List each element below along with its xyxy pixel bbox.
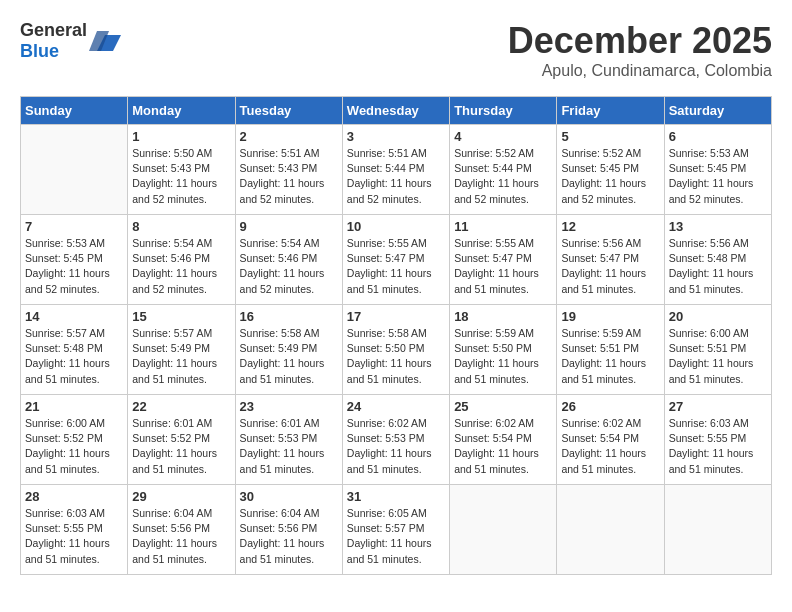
day-info: Sunrise: 5:52 AM Sunset: 5:44 PM Dayligh…: [454, 146, 552, 207]
calendar-week-row: 21Sunrise: 6:00 AM Sunset: 5:52 PM Dayli…: [21, 395, 772, 485]
day-info: Sunrise: 6:03 AM Sunset: 5:55 PM Dayligh…: [25, 506, 123, 567]
day-number: 27: [669, 399, 767, 414]
location-title: Apulo, Cundinamarca, Colombia: [508, 62, 772, 80]
day-info: Sunrise: 5:56 AM Sunset: 5:48 PM Dayligh…: [669, 236, 767, 297]
day-info: Sunrise: 5:54 AM Sunset: 5:46 PM Dayligh…: [240, 236, 338, 297]
day-number: 18: [454, 309, 552, 324]
calendar-cell: 22Sunrise: 6:01 AM Sunset: 5:52 PM Dayli…: [128, 395, 235, 485]
calendar-cell: 3Sunrise: 5:51 AM Sunset: 5:44 PM Daylig…: [342, 125, 449, 215]
day-info: Sunrise: 5:51 AM Sunset: 5:44 PM Dayligh…: [347, 146, 445, 207]
day-number: 28: [25, 489, 123, 504]
day-info: Sunrise: 5:59 AM Sunset: 5:50 PM Dayligh…: [454, 326, 552, 387]
logo-text: General Blue: [20, 20, 87, 62]
calendar-table: SundayMondayTuesdayWednesdayThursdayFrid…: [20, 96, 772, 575]
calendar-week-row: 14Sunrise: 5:57 AM Sunset: 5:48 PM Dayli…: [21, 305, 772, 395]
day-info: Sunrise: 6:05 AM Sunset: 5:57 PM Dayligh…: [347, 506, 445, 567]
day-info: Sunrise: 5:59 AM Sunset: 5:51 PM Dayligh…: [561, 326, 659, 387]
logo-general: General: [20, 20, 87, 40]
day-info: Sunrise: 5:53 AM Sunset: 5:45 PM Dayligh…: [669, 146, 767, 207]
calendar-week-row: 28Sunrise: 6:03 AM Sunset: 5:55 PM Dayli…: [21, 485, 772, 575]
day-number: 31: [347, 489, 445, 504]
calendar-week-row: 1Sunrise: 5:50 AM Sunset: 5:43 PM Daylig…: [21, 125, 772, 215]
calendar-cell: 21Sunrise: 6:00 AM Sunset: 5:52 PM Dayli…: [21, 395, 128, 485]
calendar-cell: [557, 485, 664, 575]
day-info: Sunrise: 6:03 AM Sunset: 5:55 PM Dayligh…: [669, 416, 767, 477]
day-number: 7: [25, 219, 123, 234]
day-info: Sunrise: 5:52 AM Sunset: 5:45 PM Dayligh…: [561, 146, 659, 207]
calendar-cell: 16Sunrise: 5:58 AM Sunset: 5:49 PM Dayli…: [235, 305, 342, 395]
calendar-cell: 11Sunrise: 5:55 AM Sunset: 5:47 PM Dayli…: [450, 215, 557, 305]
title-area: December 2025 Apulo, Cundinamarca, Colom…: [508, 20, 772, 80]
day-info: Sunrise: 5:57 AM Sunset: 5:48 PM Dayligh…: [25, 326, 123, 387]
day-number: 9: [240, 219, 338, 234]
day-number: 16: [240, 309, 338, 324]
calendar-cell: 20Sunrise: 6:00 AM Sunset: 5:51 PM Dayli…: [664, 305, 771, 395]
calendar-cell: 10Sunrise: 5:55 AM Sunset: 5:47 PM Dayli…: [342, 215, 449, 305]
day-info: Sunrise: 5:58 AM Sunset: 5:49 PM Dayligh…: [240, 326, 338, 387]
day-number: 15: [132, 309, 230, 324]
calendar-cell: 6Sunrise: 5:53 AM Sunset: 5:45 PM Daylig…: [664, 125, 771, 215]
calendar-cell: 18Sunrise: 5:59 AM Sunset: 5:50 PM Dayli…: [450, 305, 557, 395]
day-info: Sunrise: 5:58 AM Sunset: 5:50 PM Dayligh…: [347, 326, 445, 387]
day-number: 3: [347, 129, 445, 144]
day-info: Sunrise: 5:53 AM Sunset: 5:45 PM Dayligh…: [25, 236, 123, 297]
calendar-cell: 8Sunrise: 5:54 AM Sunset: 5:46 PM Daylig…: [128, 215, 235, 305]
calendar-cell: 1Sunrise: 5:50 AM Sunset: 5:43 PM Daylig…: [128, 125, 235, 215]
calendar-cell: 14Sunrise: 5:57 AM Sunset: 5:48 PM Dayli…: [21, 305, 128, 395]
calendar-cell: [450, 485, 557, 575]
logo-icon: [89, 27, 121, 55]
calendar-cell: 26Sunrise: 6:02 AM Sunset: 5:54 PM Dayli…: [557, 395, 664, 485]
calendar-cell: [664, 485, 771, 575]
day-number: 11: [454, 219, 552, 234]
day-info: Sunrise: 6:02 AM Sunset: 5:53 PM Dayligh…: [347, 416, 445, 477]
day-info: Sunrise: 6:01 AM Sunset: 5:52 PM Dayligh…: [132, 416, 230, 477]
day-number: 4: [454, 129, 552, 144]
calendar-cell: 31Sunrise: 6:05 AM Sunset: 5:57 PM Dayli…: [342, 485, 449, 575]
day-number: 29: [132, 489, 230, 504]
calendar-cell: 24Sunrise: 6:02 AM Sunset: 5:53 PM Dayli…: [342, 395, 449, 485]
day-number: 1: [132, 129, 230, 144]
weekday-header-wednesday: Wednesday: [342, 97, 449, 125]
day-number: 21: [25, 399, 123, 414]
calendar-cell: 25Sunrise: 6:02 AM Sunset: 5:54 PM Dayli…: [450, 395, 557, 485]
calendar-cell: 23Sunrise: 6:01 AM Sunset: 5:53 PM Dayli…: [235, 395, 342, 485]
day-number: 26: [561, 399, 659, 414]
calendar-cell: 17Sunrise: 5:58 AM Sunset: 5:50 PM Dayli…: [342, 305, 449, 395]
day-info: Sunrise: 6:04 AM Sunset: 5:56 PM Dayligh…: [240, 506, 338, 567]
month-title: December 2025: [508, 20, 772, 62]
calendar-cell: 9Sunrise: 5:54 AM Sunset: 5:46 PM Daylig…: [235, 215, 342, 305]
calendar-cell: 4Sunrise: 5:52 AM Sunset: 5:44 PM Daylig…: [450, 125, 557, 215]
calendar-week-row: 7Sunrise: 5:53 AM Sunset: 5:45 PM Daylig…: [21, 215, 772, 305]
calendar-cell: 28Sunrise: 6:03 AM Sunset: 5:55 PM Dayli…: [21, 485, 128, 575]
day-number: 19: [561, 309, 659, 324]
calendar-cell: 5Sunrise: 5:52 AM Sunset: 5:45 PM Daylig…: [557, 125, 664, 215]
calendar-cell: 29Sunrise: 6:04 AM Sunset: 5:56 PM Dayli…: [128, 485, 235, 575]
day-info: Sunrise: 5:55 AM Sunset: 5:47 PM Dayligh…: [454, 236, 552, 297]
day-info: Sunrise: 6:02 AM Sunset: 5:54 PM Dayligh…: [454, 416, 552, 477]
day-number: 10: [347, 219, 445, 234]
day-info: Sunrise: 5:57 AM Sunset: 5:49 PM Dayligh…: [132, 326, 230, 387]
day-info: Sunrise: 6:01 AM Sunset: 5:53 PM Dayligh…: [240, 416, 338, 477]
calendar-cell: 7Sunrise: 5:53 AM Sunset: 5:45 PM Daylig…: [21, 215, 128, 305]
day-number: 23: [240, 399, 338, 414]
logo-blue: Blue: [20, 41, 59, 61]
header: General Blue December 2025 Apulo, Cundin…: [20, 20, 772, 80]
calendar-cell: 19Sunrise: 5:59 AM Sunset: 5:51 PM Dayli…: [557, 305, 664, 395]
calendar-cell: 30Sunrise: 6:04 AM Sunset: 5:56 PM Dayli…: [235, 485, 342, 575]
calendar-cell: 2Sunrise: 5:51 AM Sunset: 5:43 PM Daylig…: [235, 125, 342, 215]
weekday-header-tuesday: Tuesday: [235, 97, 342, 125]
day-number: 22: [132, 399, 230, 414]
day-number: 2: [240, 129, 338, 144]
day-number: 24: [347, 399, 445, 414]
day-number: 17: [347, 309, 445, 324]
day-number: 13: [669, 219, 767, 234]
calendar-cell: 27Sunrise: 6:03 AM Sunset: 5:55 PM Dayli…: [664, 395, 771, 485]
day-number: 6: [669, 129, 767, 144]
day-info: Sunrise: 5:55 AM Sunset: 5:47 PM Dayligh…: [347, 236, 445, 297]
day-info: Sunrise: 5:51 AM Sunset: 5:43 PM Dayligh…: [240, 146, 338, 207]
day-number: 14: [25, 309, 123, 324]
logo: General Blue: [20, 20, 121, 62]
day-info: Sunrise: 6:04 AM Sunset: 5:56 PM Dayligh…: [132, 506, 230, 567]
calendar-cell: 15Sunrise: 5:57 AM Sunset: 5:49 PM Dayli…: [128, 305, 235, 395]
day-info: Sunrise: 6:02 AM Sunset: 5:54 PM Dayligh…: [561, 416, 659, 477]
